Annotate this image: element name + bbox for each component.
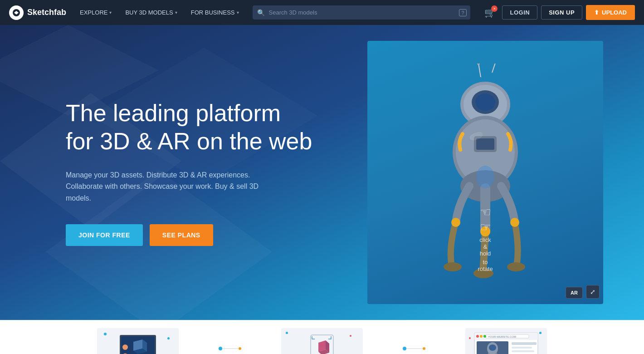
- join-free-button[interactable]: JOIN FOR FREE: [66, 224, 143, 246]
- nav-buy-3d[interactable]: BUY 3D MODELS ▾: [121, 5, 181, 20]
- navbar-right: 🛒 × LOGIN SIGN UP ⬆ UPLOAD: [482, 5, 635, 21]
- bottom-item-3: YOUR-WEBSITE.COM: [465, 328, 547, 354]
- model-viewport[interactable]: ☜☞ click & hold to rotate: [367, 41, 603, 304]
- svg-line-6: [478, 64, 481, 77]
- keyboard-shortcut-icon: ?: [459, 9, 466, 16]
- svg-point-25: [476, 166, 494, 188]
- chevron-down-icon: ▾: [109, 10, 112, 15]
- bottom-item-2: [281, 328, 363, 354]
- hero-title: The leading platform for 3D & AR on the …: [66, 99, 312, 156]
- hero-subtitle: Manage your 3D assets. Distribute 3D & A…: [66, 169, 283, 204]
- chevron-down-icon: ▾: [237, 10, 239, 15]
- cart-badge: ×: [491, 5, 498, 12]
- chevron-down-icon: ▾: [175, 10, 177, 15]
- hero-3d-viewer[interactable]: ☜☞ click & hold to rotate AR ⤢: [327, 25, 644, 320]
- login-button[interactable]: LOGIN: [502, 5, 537, 20]
- search-icon: 🔍: [257, 9, 265, 16]
- nav-explore[interactable]: EXPLORE ▾: [75, 5, 116, 20]
- upload-icon: ⬆: [594, 9, 599, 16]
- bottom-content: YOUR-WEBSITE.COM: [68, 328, 576, 354]
- bottom-item-img-2: [281, 328, 363, 354]
- cart-button[interactable]: 🛒 ×: [482, 5, 498, 21]
- click-hint: ☜☞ click & hold to rotate: [478, 205, 493, 272]
- svg-line-7: [492, 64, 497, 73]
- svg-point-20: [507, 262, 525, 271]
- hero-buttons: JOIN FOR FREE SEE PLANS: [66, 224, 312, 246]
- hero-left-content: The leading platform for 3D & AR on the …: [0, 99, 312, 246]
- nav-for-business[interactable]: FOR BUSINESS ▾: [186, 5, 244, 20]
- svg-point-8: [477, 64, 480, 65]
- bottom-item-1: [97, 328, 179, 354]
- logo-icon: [9, 5, 24, 20]
- see-plans-button[interactable]: SEE PLANS: [150, 224, 213, 246]
- model-container: ☜☞ click & hold to rotate AR ⤢: [367, 41, 603, 304]
- svg-rect-17: [476, 138, 494, 150]
- logo[interactable]: Sketchfab: [9, 5, 66, 20]
- expand-icon: ⤢: [590, 288, 595, 295]
- navbar: Sketchfab EXPLORE ▾ BUY 3D MODELS ▾ FOR …: [0, 0, 644, 25]
- bottom-item-img-1: [97, 328, 179, 354]
- search-input[interactable]: [253, 5, 470, 20]
- bottom-item-img-3: YOUR-WEBSITE.COM: [465, 328, 547, 354]
- search-bar: 🔍 ?: [253, 5, 470, 20]
- expand-button[interactable]: ⤢: [586, 285, 600, 299]
- connector-1: [219, 348, 241, 349]
- hero-section: The leading platform for 3D & AR on the …: [0, 25, 644, 320]
- svg-point-19: [444, 262, 462, 271]
- svg-point-13: [475, 93, 495, 111]
- svg-point-23: [510, 218, 519, 227]
- signup-button[interactable]: SIGN UP: [541, 5, 582, 20]
- ar-button[interactable]: AR: [566, 287, 583, 299]
- svg-point-22: [451, 218, 460, 227]
- hand-rotate-icon: ☜☞: [478, 205, 493, 235]
- bottom-section: YOUR-WEBSITE.COM: [0, 320, 644, 354]
- upload-button[interactable]: ⬆ UPLOAD: [586, 5, 635, 20]
- connector-2: [403, 348, 425, 349]
- logo-text: Sketchfab: [27, 8, 66, 17]
